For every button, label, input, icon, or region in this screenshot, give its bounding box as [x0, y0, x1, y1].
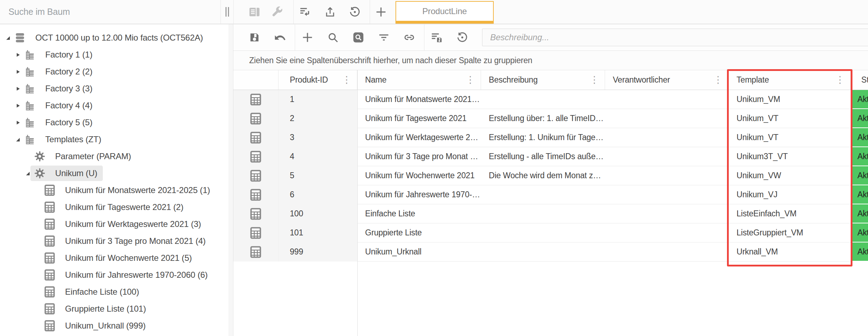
tree-item-label: Parameter (PARAM)	[55, 151, 131, 161]
tree-item[interactable]: Factory 2 (2)	[0, 63, 233, 80]
tree-item[interactable]: Factory 4 (4)	[0, 97, 233, 114]
table-row[interactable]: 1Unikum für Monatswerte 2021-2…Unikum_VM…	[233, 90, 868, 109]
row-grid-icon	[233, 204, 278, 223]
table-row[interactable]: 100Einfache ListeListeEinfach_VMAkt	[233, 204, 868, 223]
add-tab-icon	[375, 6, 387, 18]
column-menu-icon[interactable]: ⋮	[340, 75, 353, 85]
cell-template: ListeEinfach_VM	[729, 204, 851, 223]
tree-item[interactable]: Unikum für Werktageswerte 2021 (3)	[0, 216, 233, 233]
add-row-button[interactable]	[300, 30, 315, 45]
header-template[interactable]: Template⋮	[729, 70, 851, 90]
tree-item[interactable]: Templates (ZT)	[0, 131, 233, 148]
tree-item-content: Unikum für Jahreswerte 1970-2060 (6)	[40, 267, 213, 283]
grid-icon	[44, 218, 55, 230]
tree-item[interactable]: Unikum_Urknall (999)	[0, 317, 233, 334]
header-name[interactable]: Name⋮	[357, 70, 481, 90]
tree-item-label: OCT 10000 up to 12.00 Mio facts (OCT562A…	[35, 33, 203, 43]
table-row[interactable]: 2Unikum für Tageswerte 2021Erstellung üb…	[233, 109, 868, 128]
main-area: Ziehen Sie eine Spaltenüberschrift hierh…	[233, 24, 868, 336]
status-badge: Akt	[851, 147, 868, 166]
tree-item[interactable]: Unikum für Monatswerte 2021-2025 (1)	[0, 182, 233, 199]
tree-item[interactable]: Parameter (PARAM)	[0, 148, 233, 165]
header-beschreibung[interactable]: Beschreibung⋮	[481, 70, 605, 90]
column-menu-icon[interactable]: ⋮	[712, 75, 724, 85]
cell-name: Unikum für 3 Tage pro Monat 20…	[357, 147, 481, 166]
tree-item[interactable]: Factory 1 (1)	[0, 46, 233, 63]
grid-icon	[44, 235, 55, 247]
tree-item[interactable]: Unikum (U)	[0, 165, 233, 182]
panel-splitter-handle[interactable]	[221, 0, 234, 24]
undo-button[interactable]	[273, 30, 287, 45]
tree-item[interactable]: Unikum für Tageswerte 2021 (2)	[0, 199, 233, 216]
tree-item[interactable]: Unikum für 3 Tage pro Monat 2021 (4)	[0, 233, 233, 250]
list-indent-button[interactable]	[298, 4, 312, 20]
tree-item[interactable]: Factory 3 (3)	[0, 80, 233, 97]
tree-item[interactable]: Unikum für Wochenwerte 2021 (5)	[0, 250, 233, 266]
divider	[370, 0, 370, 24]
tree-item-label: Unikum für Jahreswerte 1970-2060 (6)	[65, 270, 208, 280]
database-icon	[14, 32, 26, 44]
table-row[interactable]: 4Unikum für 3 Tage pro Monat 20…Erstellu…	[233, 147, 868, 166]
cell-produkt-id: 100	[278, 204, 357, 223]
settings-button[interactable]	[270, 4, 284, 20]
tree-scrollbar[interactable]	[229, 24, 233, 336]
grid-icon	[44, 286, 55, 298]
tree-search-input[interactable]: Suche im Baum	[0, 0, 221, 24]
search-button[interactable]	[326, 30, 340, 45]
header-status[interactable]: St	[851, 70, 868, 90]
save-layout-button[interactable]	[430, 30, 444, 45]
cell-produkt-id: 1	[278, 90, 357, 109]
status-badge: Akt	[851, 90, 868, 109]
cell-verantwortlicher	[605, 147, 729, 166]
table-row[interactable]: 3Unikum für Werktageswerte 2021Erstellun…	[233, 128, 868, 147]
cell-beschreibung: Erstellung - alle TimeIDs außer e…	[481, 147, 605, 166]
tree-item[interactable]: Gruppierte Liste (101)	[0, 300, 233, 317]
column-menu-icon[interactable]: ⋮	[834, 75, 846, 85]
tree-item-label: Templates (ZT)	[45, 134, 101, 144]
cell-verantwortlicher	[605, 109, 729, 128]
save-icon	[248, 31, 260, 43]
tab-productline[interactable]: ProductLine	[395, 1, 494, 24]
table-row[interactable]: 999Unikum_UrknallUrknall_VMAkt	[233, 242, 868, 262]
table-row[interactable]: 6Unikum für Jahreswerte 1970-2…Unikum_VJ…	[233, 185, 868, 204]
group-by-panel[interactable]: Ziehen Sie eine Spaltenüberschrift hierh…	[233, 51, 868, 70]
tree-item-content: Factory 4 (4)	[20, 98, 98, 113]
table-row[interactable]: 5Unikum für Wochenwerte 2021Die Woche wi…	[233, 166, 868, 185]
tree-item[interactable]: Unikum für Jahreswerte 1970-2060 (6)	[0, 266, 233, 283]
tree-item-content: Factory 5 (5)	[20, 115, 98, 130]
splitter-grip-icon	[228, 7, 229, 17]
add-tab-button[interactable]	[374, 4, 388, 20]
tree-item-content: Factory 2 (2)	[20, 64, 98, 79]
panel-toggle-button[interactable]	[247, 4, 262, 20]
tree-item-content: Factory 1 (1)	[20, 47, 98, 62]
reset-layout-button[interactable]	[455, 30, 469, 45]
link-button[interactable]	[402, 30, 416, 45]
cell-name: Unikum_Urknall	[357, 242, 481, 262]
tree-item[interactable]: OCT 10000 up to 12.00 Mio facts (OCT562A…	[0, 29, 233, 46]
cell-name: Gruppierte Liste	[357, 223, 481, 242]
history-button[interactable]	[348, 4, 362, 20]
status-badge: Akt	[851, 166, 868, 185]
header-verantwortlicher[interactable]: Verantwortlicher⋮	[605, 70, 729, 90]
cell-name: Unikum für Wochenwerte 2021	[357, 166, 481, 185]
column-menu-icon[interactable]: ⋮	[588, 75, 600, 85]
column-menu-icon[interactable]: ⋮	[464, 75, 476, 85]
export-button[interactable]	[323, 4, 337, 20]
tree-item[interactable]: Einfache Liste (100)	[0, 283, 233, 300]
cell-produkt-id: 999	[278, 242, 357, 262]
search-panel-button[interactable]	[351, 30, 365, 45]
list-indent-icon	[299, 6, 311, 18]
table-row[interactable]: 101Gruppierte ListeListeGruppiert_VMAkt	[233, 223, 868, 242]
status-badge: Akt	[851, 185, 868, 204]
row-grid-icon	[233, 109, 278, 128]
factory-icon	[24, 116, 36, 128]
divider	[424, 24, 424, 51]
grid-toolbar	[233, 24, 868, 51]
filter-button[interactable]	[377, 30, 391, 45]
description-input[interactable]	[482, 29, 868, 46]
header-produkt-id[interactable]: Produkt-ID⋮	[278, 70, 357, 90]
navigation-tree: OCT 10000 up to 12.00 Mio facts (OCT562A…	[0, 24, 233, 334]
row-grid-icon	[233, 223, 278, 242]
save-button[interactable]	[247, 30, 262, 45]
tree-item[interactable]: Factory 5 (5)	[0, 114, 233, 131]
